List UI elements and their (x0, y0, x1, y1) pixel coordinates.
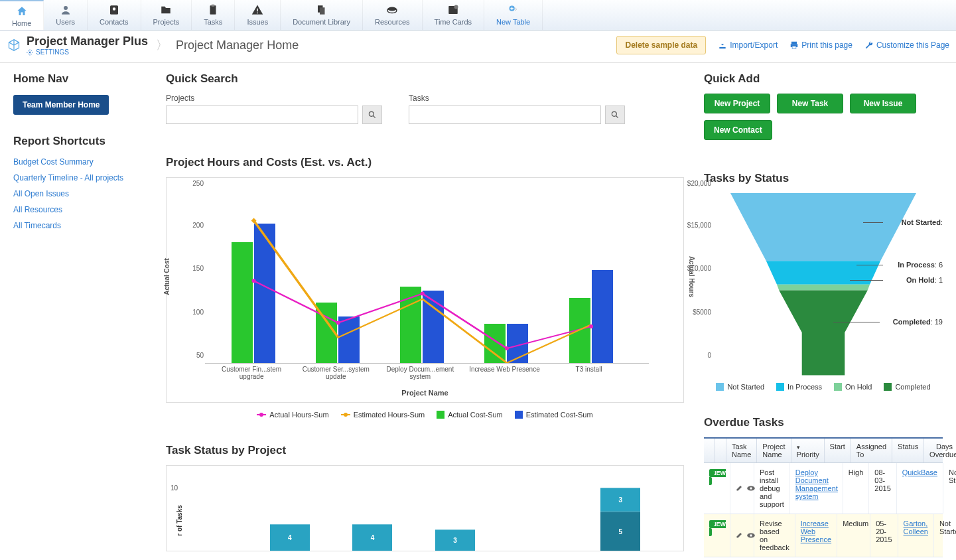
print-link[interactable]: Print this page (789, 40, 853, 50)
settings-label: SETTINGS (36, 48, 69, 56)
projects-search-button[interactable] (362, 105, 382, 124)
delete-sample-button[interactable]: Delete sample data (616, 36, 706, 54)
app-icon (7, 38, 21, 52)
tasks-search-input[interactable] (409, 105, 601, 124)
td-project[interactable]: Increase Web Presence (795, 514, 837, 557)
td-assigned[interactable]: Garton, Colleen (898, 514, 934, 557)
nav-timecards[interactable]: Time Cards (423, 0, 484, 30)
link-all-resources[interactable]: All Resources (13, 205, 146, 214)
leader-line (850, 280, 883, 281)
td-assigned[interactable]: QuickBase (897, 463, 943, 514)
th-project[interactable]: Project Name (757, 439, 791, 462)
td-priority: High (843, 463, 870, 514)
tasks-search-label: Tasks (409, 94, 625, 103)
leader-line (856, 265, 883, 265)
link-all-timecards[interactable]: All Timecards (13, 221, 146, 230)
ytick: 50 (171, 352, 204, 359)
settings-link[interactable]: SETTINGS (27, 48, 148, 56)
svg-point-11 (454, 5, 458, 9)
nav-label: Time Cards (435, 18, 472, 26)
svg-point-18 (612, 111, 616, 116)
funnel-label: Completed: 19 (893, 318, 943, 326)
top-nav: Home Users Contacts Projects Tasks Issue… (0, 0, 956, 31)
nav-home[interactable]: Home (0, 0, 44, 30)
leader-line (833, 322, 880, 322)
funnel-label: On Hold: 1 (906, 276, 943, 284)
legend-swatch (437, 411, 444, 419)
new-task-button[interactable]: New Task (777, 94, 843, 113)
svg-rect-5 (257, 9, 259, 12)
svg-point-30 (750, 487, 752, 490)
svg-rect-16 (792, 46, 796, 49)
nav-tasks[interactable]: Tasks (192, 0, 235, 30)
x-axis-label: Project Name (401, 389, 448, 397)
team-member-home-button[interactable]: Team Member Home (13, 95, 109, 115)
tasks-search-button[interactable] (605, 105, 625, 124)
svg-rect-3 (210, 5, 216, 15)
legend-label: Completed (895, 383, 930, 391)
sidebar: Home Nav Team Member Home Report Shortcu… (13, 72, 146, 557)
svg-marker-24 (251, 218, 257, 224)
funnel-chart: Not Started: In Process: 6 On Hold: 1 Co… (704, 193, 943, 379)
home-nav-heading: Home Nav (13, 72, 146, 86)
nav-label: Document Library (293, 18, 350, 26)
app-name[interactable]: Project Manager Plus (27, 35, 148, 48)
funnel-label: Not Started: (902, 218, 943, 226)
new-contact-button[interactable]: New Contact (704, 120, 772, 140)
th-priority[interactable]: ▾Priority (791, 439, 825, 462)
customize-link[interactable]: Customize this Page (864, 40, 949, 50)
td-task: Post install debug and support (754, 463, 790, 514)
th-status[interactable]: Status (892, 439, 924, 462)
nav-projects[interactable]: Projects (141, 0, 192, 30)
th-start[interactable]: Start (825, 439, 851, 462)
chevron-right-icon: 〉 (156, 37, 168, 53)
page-title: Project Manager Home (176, 38, 299, 52)
nav-issues[interactable]: Issues (235, 0, 281, 30)
import-export-link[interactable]: Import/Export (718, 40, 778, 50)
new-project-button[interactable]: New Project (704, 94, 770, 113)
overdue-row[interactable]: NEW Revise based on feedback Increase We… (704, 514, 943, 557)
td-status: Not Started (943, 463, 956, 514)
funnel-legend: Not Started In Process On Hold Completed (704, 383, 943, 391)
link-quarterly-timeline[interactable]: Quarterly Timeline - All projects (13, 173, 146, 182)
svg-point-2 (113, 7, 116, 11)
legend-swatch (884, 383, 892, 391)
link-budget-cost[interactable]: Budget Cost Summary (13, 157, 146, 167)
quick-add-heading: Quick Add (704, 72, 943, 86)
link-open-issues[interactable]: All Open Issues (13, 189, 146, 198)
svg-rect-6 (257, 13, 259, 14)
edit-icon[interactable] (736, 531, 744, 540)
x-category: Deploy Docum...ement system (380, 366, 460, 380)
folder-icon (159, 4, 173, 16)
ytick: 200 (171, 222, 204, 229)
svg-point-17 (369, 111, 374, 116)
legend-marker (341, 414, 350, 415)
nav-new-table[interactable]: New Table (484, 0, 543, 30)
legend-label: Actual Hours-Sum (269, 411, 328, 419)
nav-documents[interactable]: Document Library (281, 0, 363, 30)
svg-point-23 (589, 324, 593, 328)
bar-segment: 5 (600, 512, 640, 551)
task-status-chart: 10 r of Tasks 4 4 3 3 5 (166, 465, 684, 551)
overdue-row[interactable]: NEW Post install debug and support Deplo… (704, 463, 943, 514)
link-label: Import/Export (730, 40, 778, 50)
overdue-heading: Overdue Tasks (704, 416, 943, 429)
nav-resources[interactable]: Resources (363, 0, 423, 30)
bar-segment: 3 (600, 488, 640, 512)
legend-swatch (515, 411, 523, 419)
x-category: Customer Fin...stem upgrade (212, 366, 291, 380)
th-task[interactable]: Task Name (726, 439, 757, 462)
new-issue-button[interactable]: New Issue (850, 94, 916, 113)
legend-label: Estimated Cost-Sum (526, 411, 593, 419)
nav-contacts[interactable]: Contacts (88, 0, 141, 30)
th-overdue[interactable]: Days Overdue (924, 439, 956, 462)
edit-icon[interactable] (736, 484, 744, 493)
user-icon (58, 4, 73, 16)
th-assigned[interactable]: Assigned To (851, 439, 892, 462)
link-label: Customize this Page (876, 40, 949, 50)
projects-search-input[interactable] (166, 105, 358, 124)
td-project[interactable]: Deploy Document Management system (790, 463, 843, 514)
y-axis-left-label: Actual Cost (163, 258, 171, 295)
plus-icon (506, 4, 521, 16)
nav-users[interactable]: Users (44, 0, 88, 30)
